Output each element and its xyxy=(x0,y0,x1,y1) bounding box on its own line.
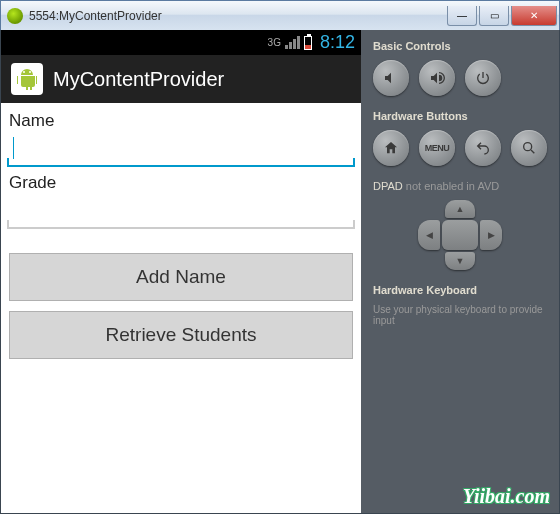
name-input[interactable] xyxy=(7,133,355,167)
volume-up-button[interactable] xyxy=(419,60,455,96)
titlebar[interactable]: 5554:MyContentProvider — ▭ ✕ xyxy=(0,0,560,30)
dpad-up-button[interactable]: ▲ xyxy=(445,200,475,218)
android-avd-icon xyxy=(7,8,23,24)
emulator-window: 5554:MyContentProvider — ▭ ✕ 3G 8:12 MyC… xyxy=(0,0,560,514)
android-statusbar: 3G 8:12 xyxy=(1,30,361,55)
grade-label: Grade xyxy=(9,173,353,193)
svg-point-2 xyxy=(524,143,532,151)
dpad-heading: DPAD not enabled in AVD xyxy=(373,180,547,192)
network-label: 3G xyxy=(268,37,281,48)
dpad-right-button[interactable]: ▶ xyxy=(480,220,502,250)
menu-button[interactable]: MENU xyxy=(419,130,455,166)
svg-point-1 xyxy=(29,71,31,73)
back-button[interactable] xyxy=(465,130,501,166)
actionbar: MyContentProvider xyxy=(1,55,361,103)
watermark: Yiibai.com xyxy=(463,485,550,508)
window-maximize-button[interactable]: ▭ xyxy=(479,6,509,26)
retrieve-students-button[interactable]: Retrieve Students xyxy=(9,311,353,359)
name-label: Name xyxy=(9,111,353,131)
dpad-left-button[interactable]: ◀ xyxy=(418,220,440,250)
window-close-button[interactable]: ✕ xyxy=(511,6,557,26)
app-body: Name Grade Add Name Retrieve Students xyxy=(1,103,361,513)
hardware-keyboard-desc: Use your physical keyboard to provide in… xyxy=(373,304,547,326)
window-title: 5554:MyContentProvider xyxy=(29,9,445,23)
svg-point-0 xyxy=(23,71,25,73)
emulator-controls-panel: Basic Controls Hardware Buttons MENU xyxy=(361,30,559,513)
app-launcher-icon xyxy=(11,63,43,95)
volume-down-button[interactable] xyxy=(373,60,409,96)
window-minimize-button[interactable]: — xyxy=(447,6,477,26)
power-button[interactable] xyxy=(465,60,501,96)
basic-controls-heading: Basic Controls xyxy=(373,40,547,52)
search-button[interactable] xyxy=(511,130,547,166)
signal-bars-icon xyxy=(285,37,300,49)
hardware-buttons-heading: Hardware Buttons xyxy=(373,110,547,122)
app-title: MyContentProvider xyxy=(53,68,224,91)
dpad-center-button[interactable] xyxy=(442,220,478,250)
clock: 8:12 xyxy=(320,32,355,53)
home-button[interactable] xyxy=(373,130,409,166)
battery-icon xyxy=(304,36,312,50)
add-name-button[interactable]: Add Name xyxy=(9,253,353,301)
grade-input[interactable] xyxy=(7,195,355,229)
emulator-screen: 3G 8:12 MyContentProvider Name Grade xyxy=(1,30,361,513)
hardware-keyboard-heading: Hardware Keyboard xyxy=(373,284,547,296)
dpad-down-button[interactable]: ▼ xyxy=(445,252,475,270)
dpad: ▲ ◀ ▶ ▼ xyxy=(416,200,504,270)
